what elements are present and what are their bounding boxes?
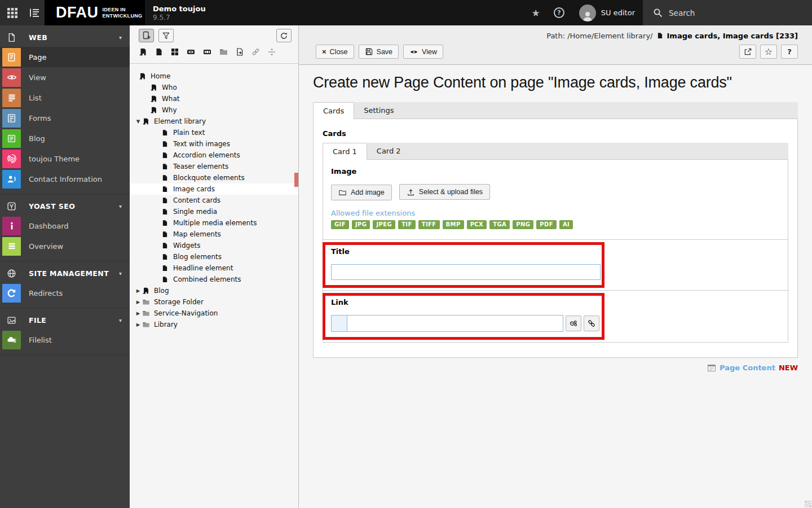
drag-spacer-icon[interactable] (267, 47, 276, 56)
section-header-yoast[interactable]: YOAST SEO ▾ (0, 196, 130, 216)
sidebar-item-filelist[interactable]: Filelist (0, 330, 130, 350)
sidebar-item-view[interactable]: View (0, 67, 130, 87)
upload-icon (407, 188, 415, 196)
link-type-indicator (331, 315, 347, 332)
tree-node-element-library[interactable]: ▼ Element library (130, 116, 298, 127)
user-menu[interactable]: SU editor (571, 0, 643, 25)
sidebar-item-redirects[interactable]: Redirects (0, 283, 130, 303)
tab-card-2[interactable]: Card 2 (367, 143, 411, 159)
tree-node-image-cards[interactable]: Image cards (130, 183, 298, 195)
drag-link-icon[interactable] (251, 47, 261, 56)
page-icon (161, 151, 169, 159)
section-header-file[interactable]: FILE ▾ (0, 310, 130, 330)
tree-node-widgets[interactable]: Widgets (130, 240, 298, 251)
section-header-site-management[interactable]: SITE MANAGEMENT ▾ (0, 264, 130, 283)
add-image-button[interactable]: Add image (331, 185, 392, 200)
help-button[interactable]: ? (547, 0, 571, 25)
tree-node-why[interactable]: Why (130, 104, 298, 116)
page-tree-panel: Home Who What Why ▼ Element library Plai… (130, 25, 299, 508)
bookmarks-button[interactable]: ★ (525, 0, 547, 25)
link-browser-button[interactable] (584, 316, 599, 331)
refresh-icon[interactable] (276, 29, 292, 42)
search-bar[interactable]: Search (643, 0, 812, 25)
close-button[interactable]: × Close (316, 45, 354, 59)
tree-node-headline-element[interactable]: Headline element (130, 262, 298, 274)
tab-cards[interactable]: Cards (313, 102, 354, 119)
content-element-icon (707, 364, 716, 373)
drag-backend-section-icon[interactable] (170, 47, 179, 56)
link-field-row (331, 315, 780, 332)
expand-icon[interactable]: ▶ (134, 288, 142, 294)
title-fieldset: Title (323, 239, 788, 290)
sidebar-item-page[interactable]: Page (0, 47, 130, 67)
page-icon (161, 129, 169, 137)
allowed-file-extensions-link[interactable]: Allowed file extensions (331, 209, 780, 217)
sidebar-item-blog[interactable]: Blog (0, 128, 130, 148)
sidebar-item-toujou-theme[interactable]: toujou Theme (0, 148, 130, 169)
sidebar-item-forms[interactable]: Forms (0, 108, 130, 128)
site-page-icon (139, 72, 147, 80)
tree-node-text-with-images[interactable]: Text with images (130, 138, 298, 150)
drag-mountpoint-icon[interactable] (186, 47, 196, 56)
tree-node-home[interactable]: Home (130, 71, 298, 82)
tree-highlight-marker (294, 173, 298, 187)
section-header-web[interactable]: WEB ▾ (0, 28, 130, 47)
tree-node-storage-folder[interactable]: ▶ Storage Folder (130, 296, 298, 308)
site-page-icon (150, 84, 158, 91)
collapse-icon[interactable]: ▼ (134, 119, 142, 124)
tree-node-blog-elements[interactable]: Blog elements (130, 251, 298, 262)
bookmark-button[interactable]: ☆ (760, 45, 777, 59)
save-button[interactable]: Save (359, 45, 399, 59)
tree-node-blockquote-elements[interactable]: Blockquote elements (130, 172, 298, 183)
link-record-browser-button[interactable] (566, 316, 581, 331)
page-title: Create new Page Content on page "Image c… (313, 74, 798, 91)
tree-node-map-elements[interactable]: Map elements (130, 229, 298, 240)
open-in-new-window-button[interactable] (739, 45, 756, 59)
title-label: Title (331, 247, 780, 256)
tree-node-who[interactable]: Who (130, 82, 298, 93)
tree-node-service-navigation[interactable]: ▶ Service-Navigation (130, 308, 298, 319)
expand-icon[interactable]: ▶ (134, 299, 142, 305)
sidebar-item-contact-information[interactable]: Contact Information (0, 169, 130, 189)
new-page-button[interactable] (139, 29, 154, 42)
view-button[interactable]: View (403, 45, 443, 59)
tree-node-teaser-elements[interactable]: Teaser elements (130, 161, 298, 172)
filter-button[interactable] (158, 29, 174, 42)
brand-logo[interactable]: DFAU IDEEN IN ENTWICKLUNG (45, 0, 145, 25)
help-button-doc[interactable]: ? (781, 45, 798, 59)
section-yoast: YOAST SEO ▾ Dashboard Overview (0, 194, 130, 261)
username: SU editor (601, 8, 635, 17)
drag-page-home-icon[interactable] (139, 47, 148, 56)
drag-external-url-icon[interactable] (202, 47, 212, 56)
expand-icon[interactable]: ▶ (134, 310, 142, 316)
close-icon: × (322, 48, 326, 55)
sidebar-item-dashboard[interactable]: Dashboard (0, 216, 130, 236)
opendocs-icon[interactable] (29, 7, 40, 18)
tree-node-plain-text[interactable]: Plain text (130, 127, 298, 138)
tab-card-1[interactable]: Card 1 (323, 143, 367, 160)
upload-files-button[interactable]: Select & upload files (399, 184, 490, 200)
tree-node-blog[interactable]: ▶ Blog (130, 285, 298, 296)
title-input[interactable] (331, 264, 601, 280)
content-area: Path: /Home/Element library/ Image cards… (299, 25, 812, 508)
drag-shortcut-page-icon[interactable] (235, 47, 244, 56)
sidebar-item-list[interactable]: List (0, 87, 130, 108)
record-state-badge: NEW (779, 364, 798, 372)
record-type-label[interactable]: Page Content (720, 364, 775, 372)
drag-folder-icon[interactable] (219, 47, 228, 56)
modulemenu-toggle-icon[interactable] (7, 7, 18, 19)
tree-node-multiple-media-elements[interactable]: Multiple media elements (130, 217, 298, 229)
expand-icon[interactable]: ▶ (134, 322, 142, 327)
tree-node-library[interactable]: ▶ Library (130, 319, 298, 330)
tree-node-content-cards[interactable]: Content cards (130, 195, 298, 206)
tab-settings[interactable]: Settings (354, 102, 403, 119)
drag-page-icon[interactable] (155, 47, 164, 56)
tree-node-combined-elements[interactable]: Combined elements (130, 274, 298, 285)
tree-node-single-media[interactable]: Single media (130, 206, 298, 217)
tree-node-accordion-elements[interactable]: Accordion elements (130, 150, 298, 161)
link-input[interactable] (347, 315, 563, 332)
resize-grip[interactable] (805, 501, 811, 507)
tree-node-what[interactable]: What (130, 93, 298, 104)
sidebar-item-overview[interactable]: Overview (0, 236, 130, 256)
folder-open-icon (338, 189, 347, 196)
